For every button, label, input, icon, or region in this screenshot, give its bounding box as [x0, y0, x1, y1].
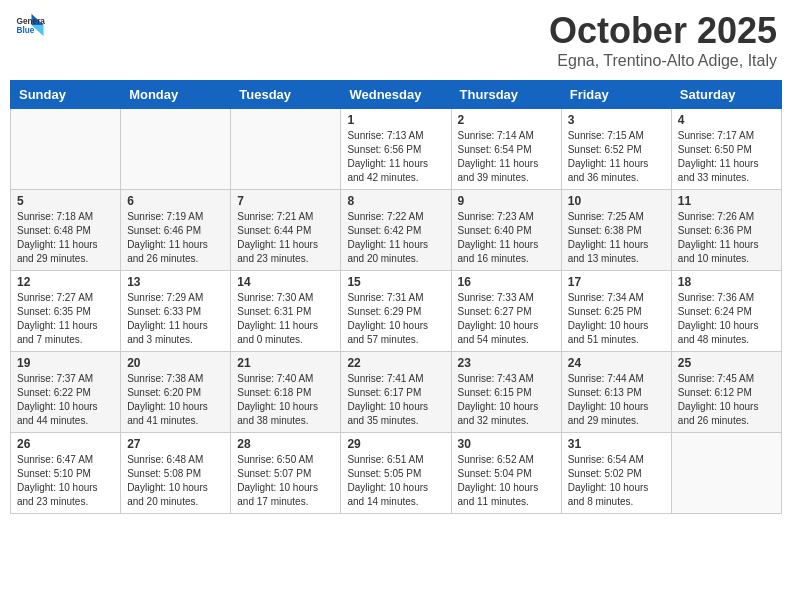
calendar-cell: 5Sunrise: 7:18 AMSunset: 6:48 PMDaylight…: [11, 190, 121, 271]
calendar-cell: 15Sunrise: 7:31 AMSunset: 6:29 PMDayligh…: [341, 271, 451, 352]
day-number: 18: [678, 275, 775, 289]
day-number: 15: [347, 275, 444, 289]
day-info: Sunrise: 6:52 AMSunset: 5:04 PMDaylight:…: [458, 453, 555, 509]
calendar-cell: 11Sunrise: 7:26 AMSunset: 6:36 PMDayligh…: [671, 190, 781, 271]
day-number: 21: [237, 356, 334, 370]
day-info: Sunrise: 7:36 AMSunset: 6:24 PMDaylight:…: [678, 291, 775, 347]
calendar-week-row: 5Sunrise: 7:18 AMSunset: 6:48 PMDaylight…: [11, 190, 782, 271]
calendar-cell: 24Sunrise: 7:44 AMSunset: 6:13 PMDayligh…: [561, 352, 671, 433]
day-number: 14: [237, 275, 334, 289]
calendar-cell: 9Sunrise: 7:23 AMSunset: 6:40 PMDaylight…: [451, 190, 561, 271]
day-info: Sunrise: 7:37 AMSunset: 6:22 PMDaylight:…: [17, 372, 114, 428]
calendar-cell: 7Sunrise: 7:21 AMSunset: 6:44 PMDaylight…: [231, 190, 341, 271]
day-info: Sunrise: 6:47 AMSunset: 5:10 PMDaylight:…: [17, 453, 114, 509]
page-header: General Blue October 2025 Egna, Trentino…: [10, 10, 782, 70]
calendar-cell: 12Sunrise: 7:27 AMSunset: 6:35 PMDayligh…: [11, 271, 121, 352]
day-number: 26: [17, 437, 114, 451]
day-number: 13: [127, 275, 224, 289]
logo-icon: General Blue: [15, 10, 45, 40]
calendar-cell: 29Sunrise: 6:51 AMSunset: 5:05 PMDayligh…: [341, 433, 451, 514]
month-title: October 2025: [549, 10, 777, 52]
day-number: 12: [17, 275, 114, 289]
day-info: Sunrise: 7:14 AMSunset: 6:54 PMDaylight:…: [458, 129, 555, 185]
calendar-cell: 20Sunrise: 7:38 AMSunset: 6:20 PMDayligh…: [121, 352, 231, 433]
day-of-week-header: Thursday: [451, 81, 561, 109]
day-number: 6: [127, 194, 224, 208]
svg-text:General: General: [17, 17, 46, 26]
day-info: Sunrise: 7:34 AMSunset: 6:25 PMDaylight:…: [568, 291, 665, 347]
svg-text:Blue: Blue: [17, 26, 35, 35]
calendar-week-row: 26Sunrise: 6:47 AMSunset: 5:10 PMDayligh…: [11, 433, 782, 514]
day-number: 10: [568, 194, 665, 208]
calendar-cell: 30Sunrise: 6:52 AMSunset: 5:04 PMDayligh…: [451, 433, 561, 514]
calendar-cell: 17Sunrise: 7:34 AMSunset: 6:25 PMDayligh…: [561, 271, 671, 352]
title-block: October 2025 Egna, Trentino-Alto Adige, …: [549, 10, 777, 70]
day-info: Sunrise: 7:31 AMSunset: 6:29 PMDaylight:…: [347, 291, 444, 347]
calendar-cell: 4Sunrise: 7:17 AMSunset: 6:50 PMDaylight…: [671, 109, 781, 190]
day-number: 8: [347, 194, 444, 208]
day-info: Sunrise: 7:26 AMSunset: 6:36 PMDaylight:…: [678, 210, 775, 266]
calendar-cell: 21Sunrise: 7:40 AMSunset: 6:18 PMDayligh…: [231, 352, 341, 433]
day-number: 9: [458, 194, 555, 208]
day-info: Sunrise: 6:50 AMSunset: 5:07 PMDaylight:…: [237, 453, 334, 509]
day-info: Sunrise: 7:15 AMSunset: 6:52 PMDaylight:…: [568, 129, 665, 185]
calendar-cell: 13Sunrise: 7:29 AMSunset: 6:33 PMDayligh…: [121, 271, 231, 352]
calendar-cell: 23Sunrise: 7:43 AMSunset: 6:15 PMDayligh…: [451, 352, 561, 433]
day-info: Sunrise: 7:44 AMSunset: 6:13 PMDaylight:…: [568, 372, 665, 428]
day-number: 30: [458, 437, 555, 451]
calendar-cell: 2Sunrise: 7:14 AMSunset: 6:54 PMDaylight…: [451, 109, 561, 190]
calendar-cell: 31Sunrise: 6:54 AMSunset: 5:02 PMDayligh…: [561, 433, 671, 514]
calendar-cell: [11, 109, 121, 190]
day-number: 20: [127, 356, 224, 370]
day-number: 28: [237, 437, 334, 451]
calendar-cell: 19Sunrise: 7:37 AMSunset: 6:22 PMDayligh…: [11, 352, 121, 433]
day-of-week-header: Saturday: [671, 81, 781, 109]
calendar-cell: 22Sunrise: 7:41 AMSunset: 6:17 PMDayligh…: [341, 352, 451, 433]
day-info: Sunrise: 7:25 AMSunset: 6:38 PMDaylight:…: [568, 210, 665, 266]
calendar-cell: 6Sunrise: 7:19 AMSunset: 6:46 PMDaylight…: [121, 190, 231, 271]
day-number: 17: [568, 275, 665, 289]
calendar-cell: 28Sunrise: 6:50 AMSunset: 5:07 PMDayligh…: [231, 433, 341, 514]
calendar-cell: [671, 433, 781, 514]
calendar-cell: 27Sunrise: 6:48 AMSunset: 5:08 PMDayligh…: [121, 433, 231, 514]
day-info: Sunrise: 7:30 AMSunset: 6:31 PMDaylight:…: [237, 291, 334, 347]
calendar-cell: 1Sunrise: 7:13 AMSunset: 6:56 PMDaylight…: [341, 109, 451, 190]
day-number: 29: [347, 437, 444, 451]
location: Egna, Trentino-Alto Adige, Italy: [549, 52, 777, 70]
calendar-table: SundayMondayTuesdayWednesdayThursdayFrid…: [10, 80, 782, 514]
day-info: Sunrise: 7:21 AMSunset: 6:44 PMDaylight:…: [237, 210, 334, 266]
calendar-cell: 18Sunrise: 7:36 AMSunset: 6:24 PMDayligh…: [671, 271, 781, 352]
day-of-week-header: Monday: [121, 81, 231, 109]
day-info: Sunrise: 7:23 AMSunset: 6:40 PMDaylight:…: [458, 210, 555, 266]
calendar-cell: [231, 109, 341, 190]
day-number: 23: [458, 356, 555, 370]
calendar-cell: 26Sunrise: 6:47 AMSunset: 5:10 PMDayligh…: [11, 433, 121, 514]
calendar-cell: 3Sunrise: 7:15 AMSunset: 6:52 PMDaylight…: [561, 109, 671, 190]
calendar-cell: 16Sunrise: 7:33 AMSunset: 6:27 PMDayligh…: [451, 271, 561, 352]
day-info: Sunrise: 7:29 AMSunset: 6:33 PMDaylight:…: [127, 291, 224, 347]
day-info: Sunrise: 7:45 AMSunset: 6:12 PMDaylight:…: [678, 372, 775, 428]
calendar-week-row: 19Sunrise: 7:37 AMSunset: 6:22 PMDayligh…: [11, 352, 782, 433]
day-info: Sunrise: 7:19 AMSunset: 6:46 PMDaylight:…: [127, 210, 224, 266]
calendar-cell: 14Sunrise: 7:30 AMSunset: 6:31 PMDayligh…: [231, 271, 341, 352]
day-number: 27: [127, 437, 224, 451]
day-of-week-header: Tuesday: [231, 81, 341, 109]
calendar-cell: 25Sunrise: 7:45 AMSunset: 6:12 PMDayligh…: [671, 352, 781, 433]
day-number: 5: [17, 194, 114, 208]
day-info: Sunrise: 7:13 AMSunset: 6:56 PMDaylight:…: [347, 129, 444, 185]
day-number: 4: [678, 113, 775, 127]
day-number: 11: [678, 194, 775, 208]
day-of-week-header: Wednesday: [341, 81, 451, 109]
day-number: 31: [568, 437, 665, 451]
day-info: Sunrise: 7:22 AMSunset: 6:42 PMDaylight:…: [347, 210, 444, 266]
day-info: Sunrise: 6:54 AMSunset: 5:02 PMDaylight:…: [568, 453, 665, 509]
day-info: Sunrise: 7:41 AMSunset: 6:17 PMDaylight:…: [347, 372, 444, 428]
day-info: Sunrise: 7:38 AMSunset: 6:20 PMDaylight:…: [127, 372, 224, 428]
calendar-header-row: SundayMondayTuesdayWednesdayThursdayFrid…: [11, 81, 782, 109]
day-info: Sunrise: 6:48 AMSunset: 5:08 PMDaylight:…: [127, 453, 224, 509]
day-number: 16: [458, 275, 555, 289]
day-of-week-header: Sunday: [11, 81, 121, 109]
day-info: Sunrise: 7:40 AMSunset: 6:18 PMDaylight:…: [237, 372, 334, 428]
day-number: 1: [347, 113, 444, 127]
day-number: 3: [568, 113, 665, 127]
